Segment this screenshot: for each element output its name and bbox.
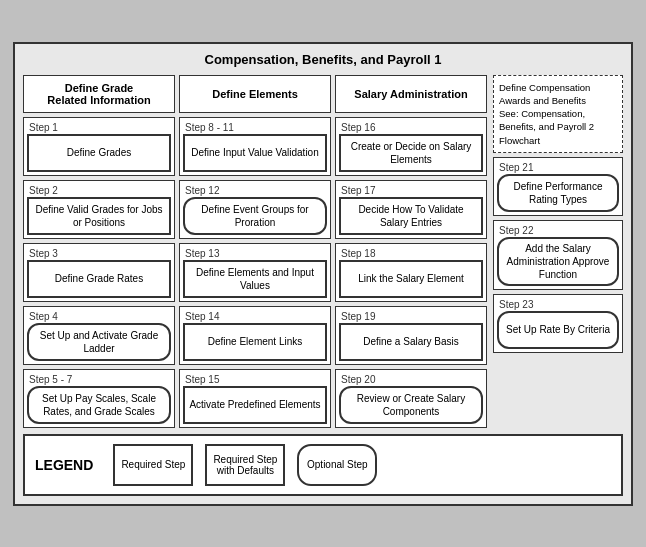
step-box: Set Up and Activate Grade Ladder: [27, 323, 171, 361]
legend-item-2: Optional Step: [297, 444, 377, 486]
step-box: Define Grades: [27, 134, 171, 172]
step-label: Step 20: [339, 373, 483, 386]
step-label: Step 17: [339, 184, 483, 197]
step-label: Step 14: [183, 310, 327, 323]
step-box: Add the Salary Administration Approve Fu…: [497, 237, 619, 286]
column-0: Define Grade Related InformationStep 1De…: [23, 75, 175, 428]
step-label: Step 3: [27, 247, 171, 260]
step-block-0-4: Step 5 - 7Set Up Pay Scales, Scale Rates…: [23, 369, 175, 428]
step-block-2-1: Step 17Decide How To Validate Salary Ent…: [335, 180, 487, 239]
step-label: Step 15: [183, 373, 327, 386]
step-box: Set Up Rate By Criteria: [497, 311, 619, 349]
right-step-block-0: Step 21Define Performance Rating Types: [493, 157, 623, 216]
step-block-1-1: Step 12Define Event Groups for Proration: [179, 180, 331, 239]
step-label: Step 2: [27, 184, 171, 197]
step-label: Step 23: [497, 298, 619, 311]
step-block-0-1: Step 2Define Valid Grades for Jobs or Po…: [23, 180, 175, 239]
step-label: Step 16: [339, 121, 483, 134]
right-section: Define Compensation Awards and Benefits …: [493, 75, 623, 428]
step-block-2-2: Step 18Link the Salary Element: [335, 243, 487, 302]
main-container: Compensation, Benefits, and Payroll 1 De…: [13, 42, 633, 506]
right-step-block-1: Step 22Add the Salary Administration App…: [493, 220, 623, 290]
step-block-2-3: Step 19Define a Salary Basis: [335, 306, 487, 365]
step-label: Step 13: [183, 247, 327, 260]
step-block-0-0: Step 1Define Grades: [23, 117, 175, 176]
legend-box-2: Optional Step: [297, 444, 377, 486]
step-label: Step 5 - 7: [27, 373, 171, 386]
step-box: Review or Create Salary Components: [339, 386, 483, 424]
dashed-box: Define Compensation Awards and Benefits …: [493, 75, 623, 153]
step-box: Define Elements and Input Values: [183, 260, 327, 298]
column-2: Salary AdministrationStep 16Create or De…: [335, 75, 487, 428]
step-box: Set Up Pay Scales, Scale Rates, and Grad…: [27, 386, 171, 424]
step-box: Decide How To Validate Salary Entries: [339, 197, 483, 235]
content-area: Define Grade Related InformationStep 1De…: [23, 75, 623, 428]
step-block-1-3: Step 14Define Element Links: [179, 306, 331, 365]
legend-box-1: Required Step with Defaults: [205, 444, 285, 486]
column-header-2: Salary Administration: [335, 75, 487, 113]
step-box: Define Element Links: [183, 323, 327, 361]
step-block-0-3: Step 4Set Up and Activate Grade Ladder: [23, 306, 175, 365]
column-header-1: Define Elements: [179, 75, 331, 113]
legend-item-1: Required Step with Defaults: [205, 444, 285, 486]
step-box: Activate Predefined Elements: [183, 386, 327, 424]
column-header-0: Define Grade Related Information: [23, 75, 175, 113]
step-block-2-4: Step 20Review or Create Salary Component…: [335, 369, 487, 428]
legend-area: LEGEND Required StepRequired Step with D…: [23, 434, 623, 496]
step-block-1-4: Step 15Activate Predefined Elements: [179, 369, 331, 428]
page-title: Compensation, Benefits, and Payroll 1: [23, 52, 623, 67]
step-box: Define Event Groups for Proration: [183, 197, 327, 235]
step-label: Step 8 - 11: [183, 121, 327, 134]
legend-item-0: Required Step: [113, 444, 193, 486]
column-1: Define ElementsStep 8 - 11Define Input V…: [179, 75, 331, 428]
columns-area: Define Grade Related InformationStep 1De…: [23, 75, 487, 428]
step-block-2-0: Step 16Create or Decide on Salary Elemen…: [335, 117, 487, 176]
step-box: Link the Salary Element: [339, 260, 483, 298]
step-label: Step 18: [339, 247, 483, 260]
right-step-block-2: Step 23Set Up Rate By Criteria: [493, 294, 623, 353]
step-label: Step 22: [497, 224, 619, 237]
step-label: Step 12: [183, 184, 327, 197]
step-label: Step 4: [27, 310, 171, 323]
step-block-0-2: Step 3Define Grade Rates: [23, 243, 175, 302]
step-label: Step 19: [339, 310, 483, 323]
step-box: Define Input Value Validation: [183, 134, 327, 172]
legend-title: LEGEND: [35, 457, 93, 473]
step-box: Define Performance Rating Types: [497, 174, 619, 212]
step-label: Step 21: [497, 161, 619, 174]
step-block-1-2: Step 13Define Elements and Input Values: [179, 243, 331, 302]
step-box: Define a Salary Basis: [339, 323, 483, 361]
step-block-1-0: Step 8 - 11Define Input Value Validation: [179, 117, 331, 176]
left-section: Define Grade Related InformationStep 1De…: [23, 75, 487, 428]
step-box: Define Valid Grades for Jobs or Position…: [27, 197, 171, 235]
legend-box-0: Required Step: [113, 444, 193, 486]
step-box: Define Grade Rates: [27, 260, 171, 298]
step-box: Create or Decide on Salary Elements: [339, 134, 483, 172]
right-steps: Step 21Define Performance Rating TypesSt…: [493, 157, 623, 353]
step-label: Step 1: [27, 121, 171, 134]
